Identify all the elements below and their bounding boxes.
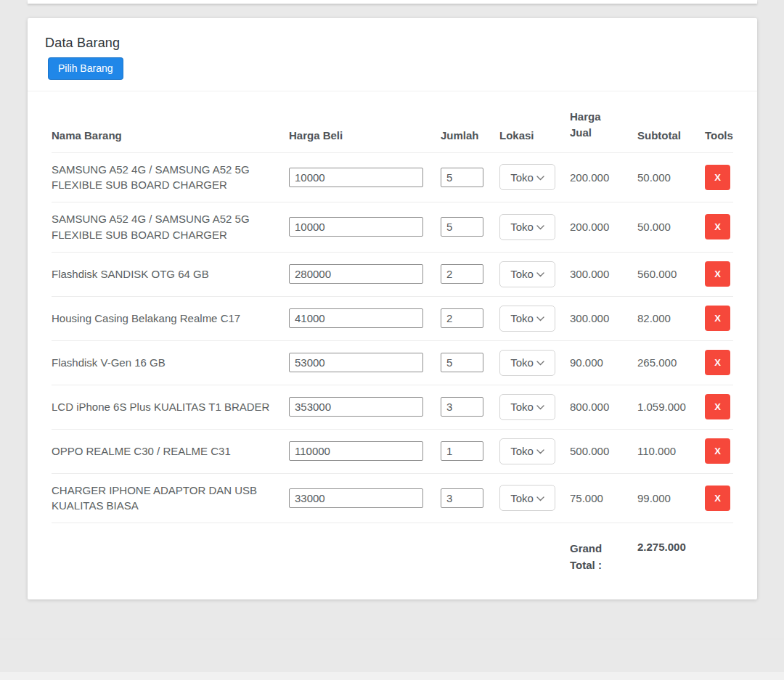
delete-row-button[interactable]: X — [705, 486, 730, 511]
harga-beli-input[interactable] — [289, 168, 423, 187]
harga-jual-value: 75.000 — [570, 473, 637, 523]
jumlah-input[interactable] — [441, 441, 483, 461]
item-name: SAMSUNG A52 4G / SAMSUNG A52 5G FLEXIBLE… — [52, 202, 289, 253]
jumlah-input[interactable] — [441, 168, 483, 187]
delete-row-button[interactable]: X — [705, 394, 730, 419]
item-name: LCD iPhone 6S Plus KUALITAS T1 BRADER — [52, 385, 289, 429]
lokasi-select[interactable]: Toko — [499, 350, 555, 376]
section-divider — [0, 639, 784, 639]
delete-row-button[interactable]: X — [705, 165, 730, 190]
card-header: Data Barang Pilih Barang — [28, 18, 757, 91]
harga-jual-value: 200.000 — [570, 152, 637, 202]
col-header-nama-barang: Nama Barang — [52, 91, 289, 152]
item-name: Flashdisk V-Gen 16 GB — [52, 340, 289, 385]
harga-jual-value: 500.000 — [570, 429, 637, 473]
lokasi-select-value: Toko — [510, 445, 534, 457]
item-name: Housing Casing Belakang Realme C17 — [52, 296, 289, 340]
table-row: SAMSUNG A52 4G / SAMSUNG A52 5G FLEXIBLE… — [52, 202, 733, 253]
item-name: SAMSUNG A52 4G / SAMSUNG A52 5G FLEXIBLE… — [52, 152, 289, 202]
chevron-down-icon — [536, 176, 544, 181]
jumlah-input[interactable] — [441, 308, 483, 328]
table-header-row: Nama Barang Harga Beli Jumlah Lokasi Har… — [52, 91, 733, 152]
harga-jual-value: 800.000 — [570, 385, 637, 429]
next-section-edge — [0, 672, 784, 680]
lokasi-select[interactable]: Toko — [499, 261, 555, 287]
delete-row-button[interactable]: X — [705, 214, 730, 239]
col-header-tools: Tools — [705, 91, 733, 152]
lokasi-select[interactable]: Toko — [499, 438, 555, 464]
subtotal-value: 1.059.000 — [637, 385, 705, 429]
subtotal-value: 110.000 — [637, 429, 705, 473]
table-row: Flashdisk V-Gen 16 GB Toko 90.000 265.00… — [52, 340, 733, 385]
lokasi-select[interactable]: Toko — [499, 164, 555, 190]
jumlah-input[interactable] — [441, 217, 483, 237]
col-header-lokasi: Lokasi — [499, 91, 570, 152]
harga-beli-input[interactable] — [289, 353, 423, 372]
lokasi-select-value: Toko — [510, 312, 534, 324]
harga-beli-input[interactable] — [289, 308, 423, 328]
table-row: Housing Casing Belakang Realme C17 Toko … — [52, 296, 733, 340]
lokasi-select-value: Toko — [510, 401, 534, 413]
chevron-down-icon — [536, 272, 544, 277]
col-header-harga-beli: Harga Beli — [289, 91, 441, 152]
jumlah-input[interactable] — [441, 353, 483, 372]
col-header-harga-jual: Harga Jual — [570, 91, 637, 152]
lokasi-select[interactable]: Toko — [499, 214, 555, 240]
harga-jual-value: 300.000 — [570, 252, 637, 296]
lokasi-select-value: Toko — [510, 268, 534, 280]
page-title: Data Barang — [45, 36, 740, 51]
table-body: SAMSUNG A52 4G / SAMSUNG A52 5G FLEXIBLE… — [52, 152, 733, 523]
jumlah-input[interactable] — [441, 264, 483, 284]
chevron-down-icon — [536, 405, 544, 410]
chevron-down-icon — [536, 225, 544, 230]
lokasi-select-value: Toko — [510, 492, 534, 504]
lokasi-select-value: Toko — [510, 356, 534, 369]
table-row: Flashdisk SANDISK OTG 64 GB Toko 300.000… — [52, 252, 733, 296]
subtotal-value: 560.000 — [637, 252, 705, 296]
jumlah-input[interactable] — [441, 488, 483, 508]
harga-beli-input[interactable] — [289, 397, 423, 417]
subtotal-value: 99.000 — [637, 473, 705, 523]
chevron-down-icon — [536, 496, 544, 501]
grand-total-row: Grand Total : 2.275.000 — [52, 523, 733, 607]
grand-total-value: 2.275.000 — [637, 523, 705, 607]
grand-total-label: Grand Total : — [570, 523, 637, 607]
pilih-barang-button[interactable]: Pilih Barang — [48, 57, 123, 80]
delete-row-button[interactable]: X — [705, 438, 730, 464]
harga-beli-input[interactable] — [289, 217, 423, 237]
chevron-down-icon — [536, 316, 544, 321]
previous-card-edge — [28, 0, 757, 4]
lokasi-select[interactable]: Toko — [499, 485, 555, 511]
harga-beli-input[interactable] — [289, 264, 423, 284]
item-name: Flashdisk SANDISK OTG 64 GB — [52, 252, 289, 296]
harga-jual-value: 200.000 — [570, 202, 637, 253]
table-row: CHARGER IPHONE ADAPTOR DAN USB KUALITAS … — [52, 473, 733, 523]
chevron-down-icon — [536, 361, 544, 366]
table-row: LCD iPhone 6S Plus KUALITAS T1 BRADER To… — [52, 385, 733, 429]
lokasi-select[interactable]: Toko — [499, 394, 555, 420]
data-barang-card: Data Barang Pilih Barang Nama Barang Har… — [28, 18, 757, 599]
delete-row-button[interactable]: X — [705, 350, 730, 375]
chevron-down-icon — [536, 449, 544, 454]
item-name: OPPO REALME C30 / REALME C31 — [52, 429, 289, 473]
table-row: SAMSUNG A52 4G / SAMSUNG A52 5G FLEXIBLE… — [52, 152, 733, 202]
harga-jual-value: 300.000 — [570, 296, 637, 340]
lokasi-select-value: Toko — [510, 221, 534, 233]
lokasi-select-value: Toko — [510, 171, 534, 184]
subtotal-value: 82.000 — [637, 296, 705, 340]
jumlah-input[interactable] — [441, 397, 483, 417]
col-header-subtotal: Subtotal — [637, 91, 705, 152]
subtotal-value: 50.000 — [637, 152, 705, 202]
harga-beli-input[interactable] — [289, 441, 423, 461]
col-header-jumlah: Jumlah — [441, 91, 499, 152]
delete-row-button[interactable]: X — [705, 306, 730, 331]
items-table: Nama Barang Harga Beli Jumlah Lokasi Har… — [52, 91, 733, 606]
lokasi-select[interactable]: Toko — [499, 306, 555, 332]
delete-row-button[interactable]: X — [705, 261, 730, 287]
table-row: OPPO REALME C30 / REALME C31 Toko 500.00… — [52, 429, 733, 473]
subtotal-value: 265.000 — [637, 340, 705, 385]
subtotal-value: 50.000 — [637, 202, 705, 253]
harga-jual-value: 90.000 — [570, 340, 637, 385]
harga-beli-input[interactable] — [289, 488, 423, 508]
item-name: CHARGER IPHONE ADAPTOR DAN USB KUALITAS … — [52, 473, 289, 523]
